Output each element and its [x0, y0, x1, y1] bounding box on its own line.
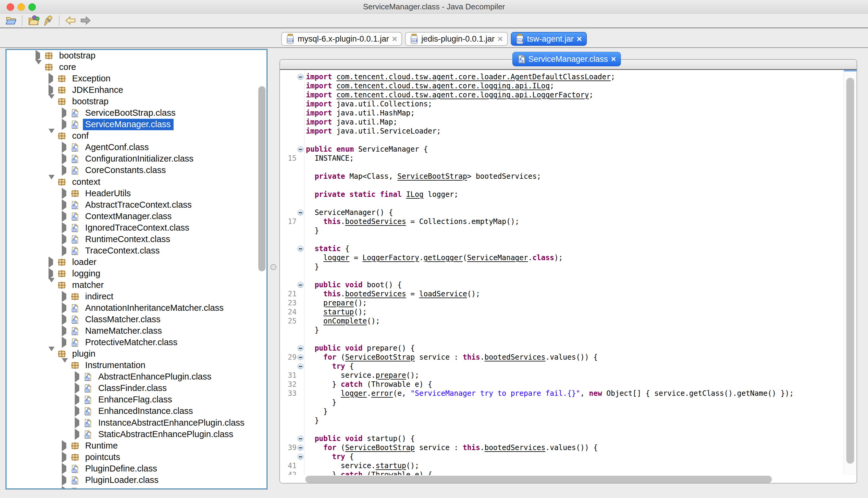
- code-link[interactable]: bootedServices: [484, 353, 545, 362]
- code-link[interactable]: error: [371, 389, 393, 398]
- code-link[interactable]: bootedServices: [345, 290, 406, 298]
- chevron-right-icon[interactable]: [49, 271, 55, 276]
- fold-toggle-icon[interactable]: [297, 146, 304, 152]
- chevron-right-icon[interactable]: [75, 408, 81, 414]
- code-link[interactable]: logger: [323, 253, 350, 262]
- tree-item-StaticAbstractEnhancePlugin.class[interactable]: 010StaticAbstractEnhancePlugin.class: [6, 429, 257, 440]
- chevron-right-icon[interactable]: [62, 168, 68, 173]
- fold-toggle-icon[interactable]: [297, 210, 304, 215]
- chevron-right-icon[interactable]: [62, 340, 68, 345]
- tree-item-AbstractTraceContext.class[interactable]: 010AbstractTraceContext.class: [6, 199, 257, 211]
- back-icon[interactable]: [65, 14, 77, 27]
- tree-item-pointcuts[interactable]: pointcuts: [6, 451, 257, 463]
- tree-item-PluginLoader.class[interactable]: 010PluginLoader.class: [6, 474, 257, 486]
- chevron-right-icon[interactable]: [62, 455, 68, 460]
- tree-item-ProtectiveMatcher.class[interactable]: 010ProtectiveMatcher.class: [6, 337, 257, 348]
- chevron-right-icon[interactable]: [62, 122, 68, 127]
- chevron-right-icon[interactable]: [75, 374, 81, 380]
- tree-item-HeaderUtils[interactable]: HeaderUtils: [6, 188, 257, 199]
- chevron-right-icon[interactable]: [62, 202, 68, 208]
- chevron-right-icon[interactable]: [62, 145, 68, 150]
- chevron-right-icon[interactable]: [62, 110, 68, 116]
- tree-item-conf[interactable]: conf: [6, 130, 257, 142]
- fold-toggle-icon[interactable]: [297, 246, 304, 252]
- tree-item-CoreConstants.class[interactable]: 010CoreConstants.class: [6, 165, 257, 176]
- tree-item-ClassMatcher.class[interactable]: 010ClassMatcher.class: [6, 314, 257, 325]
- tree-item-EnhanceFlag.class[interactable]: 010EnhanceFlag.class: [6, 394, 257, 405]
- tree-item-RuntimeContext.class[interactable]: 010RuntimeContext.class: [6, 234, 257, 245]
- zoom-window-button[interactable]: [28, 3, 36, 11]
- code-vertical-scrollbar[interactable]: [844, 70, 856, 475]
- code-link[interactable]: ServiceBootStrap: [397, 172, 467, 181]
- tree-item-Runtime[interactable]: Runtime: [6, 440, 257, 451]
- chevron-right-icon[interactable]: [75, 397, 81, 403]
- code-link[interactable]: LoggerFactory: [363, 253, 419, 262]
- open-file-icon[interactable]: [5, 14, 17, 27]
- tree-item-matcher[interactable]: matcher: [6, 279, 257, 291]
- tree-item-JDKEnhance[interactable]: JDKEnhance: [6, 84, 257, 96]
- chevron-right-icon[interactable]: [62, 237, 68, 242]
- tree-item-ConfigurationInitializer.class[interactable]: 010ConfigurationInitializer.class: [6, 153, 257, 165]
- chevron-right-icon[interactable]: [62, 225, 68, 231]
- code-link[interactable]: com.tencent.cloud.tsw.agent.core.logging…: [336, 82, 550, 90]
- tree-item-NameMatcher.class[interactable]: 010NameMatcher.class: [6, 325, 257, 337]
- fold-toggle-icon[interactable]: [297, 282, 304, 288]
- horizontal-scrollbar-thumb[interactable]: [305, 476, 772, 483]
- code-link[interactable]: getLogger: [424, 253, 463, 262]
- tree-item-core[interactable]: core: [6, 62, 257, 73]
- chevron-right-icon[interactable]: [62, 191, 68, 196]
- chevron-down-icon[interactable]: [62, 363, 68, 368]
- jar-tab-jedis-plugin-0.0.1.jar[interactable]: 010jedis-plugin-0.0.1.jar×: [405, 32, 508, 46]
- chevron-right-icon[interactable]: [62, 317, 68, 322]
- close-icon[interactable]: ×: [576, 34, 582, 43]
- tree-item-ServiceBootStrap.class[interactable]: 010ServiceBootStrap.class: [6, 107, 257, 119]
- doc-tab-servicemanager[interactable]: 010 ServiceManager.class ×: [512, 52, 621, 66]
- code-link[interactable]: startup: [375, 461, 406, 470]
- close-icon[interactable]: ×: [611, 55, 616, 63]
- chevron-down-icon[interactable]: [49, 133, 55, 139]
- chevron-right-icon[interactable]: [36, 53, 42, 58]
- tree-item-ServiceManager.class[interactable]: 010ServiceManager.class: [6, 119, 257, 130]
- chevron-right-icon[interactable]: [49, 260, 55, 265]
- chevron-down-icon[interactable]: [49, 179, 55, 185]
- forward-icon[interactable]: [79, 14, 92, 27]
- chevron-right-icon[interactable]: [75, 432, 81, 437]
- close-icon[interactable]: ×: [392, 34, 397, 43]
- chevron-right-icon[interactable]: [62, 477, 68, 483]
- tree-item-InstanceAbstractEnhancePlugin.class[interactable]: 010InstanceAbstractEnhancePlugin.class: [6, 417, 257, 429]
- chevron-right-icon[interactable]: [62, 328, 68, 334]
- tree-item-IgnoredTraceContext.class[interactable]: 010IgnoredTraceContext.class: [6, 222, 257, 234]
- fold-toggle-icon[interactable]: [297, 363, 304, 369]
- split-pane-grabber[interactable]: [270, 264, 276, 270]
- tree-item-Instrumentation[interactable]: Instrumentation: [6, 359, 257, 371]
- code-link[interactable]: com.tencent.cloud.tsw.agent.core.loader.…: [336, 73, 611, 81]
- tree-item-partial[interactable]: 010: [6, 486, 257, 489]
- fold-toggle-icon[interactable]: [297, 345, 304, 351]
- code-link[interactable]: ServiceManager: [467, 253, 528, 262]
- chevron-right-icon[interactable]: [62, 443, 68, 448]
- fold-toggle-icon[interactable]: [297, 436, 304, 442]
- code-horizontal-scrollbar[interactable]: [304, 475, 843, 483]
- close-icon[interactable]: ×: [498, 34, 503, 43]
- chevron-right-icon[interactable]: [49, 76, 55, 81]
- open-type-icon[interactable]: [27, 14, 40, 27]
- code-link[interactable]: loadService: [419, 290, 467, 298]
- chevron-right-icon[interactable]: [62, 466, 68, 471]
- code-link[interactable]: ServiceBootStrap: [345, 443, 415, 452]
- tree-item-EnhancedInstance.class[interactable]: 010EnhancedInstance.class: [6, 405, 257, 417]
- fold-toggle-icon[interactable]: [297, 74, 304, 80]
- tree-item-TraceContext.class[interactable]: 010TraceContext.class: [6, 245, 257, 257]
- tree-item-PluginDefine.class[interactable]: 010PluginDefine.class: [6, 463, 257, 474]
- chevron-right-icon[interactable]: [62, 305, 68, 311]
- tree-item-bootstrap[interactable]: bootstrap: [6, 50, 257, 62]
- tree-item-indirect[interactable]: indirect: [6, 291, 257, 302]
- chevron-down-icon[interactable]: [49, 351, 55, 357]
- tree-item-plugin[interactable]: plugin: [6, 348, 257, 359]
- tree-item-ClassFinder.class[interactable]: 010ClassFinder.class: [6, 382, 257, 394]
- jar-tab-mysql-6.x-plugin-0.0.1.jar[interactable]: 010mysql-6.x-plugin-0.0.1.jar×: [281, 32, 402, 46]
- tree-item-AbstractEnhancePlugin.class[interactable]: 010AbstractEnhancePlugin.class: [6, 371, 257, 382]
- chevron-right-icon[interactable]: [62, 156, 68, 161]
- code-link[interactable]: bootedServices: [484, 443, 545, 452]
- tree-item-AgentConf.class[interactable]: 010AgentConf.class: [6, 142, 257, 153]
- jar-tab-tsw-agent.jar[interactable]: 010tsw-agent.jar×: [511, 32, 587, 46]
